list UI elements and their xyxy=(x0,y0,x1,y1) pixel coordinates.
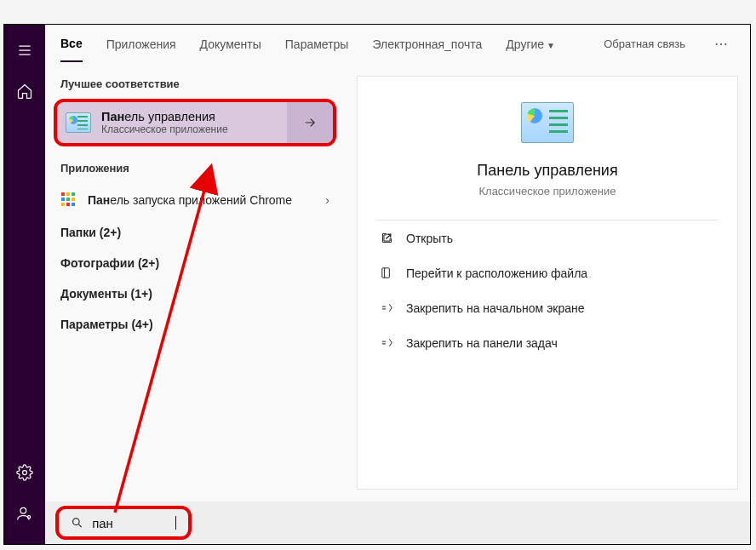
action-label: Перейти к расположению файла xyxy=(406,266,587,280)
tab-apps[interactable]: Приложения xyxy=(106,27,176,61)
best-match-result[interactable]: Панель управления Классическое приложени… xyxy=(54,99,336,146)
pin-start-icon xyxy=(380,301,394,315)
search-input[interactable] xyxy=(92,516,169,530)
settings-button[interactable] xyxy=(4,454,45,491)
best-match-title: Панель управления xyxy=(101,110,228,123)
person-icon xyxy=(16,505,33,522)
action-open-location[interactable]: Перейти к расположению файла xyxy=(358,255,737,290)
search-icon xyxy=(71,515,83,530)
search-window: Все Приложения Документы Параметры Элект… xyxy=(3,24,751,545)
tab-other[interactable]: Другие▼ xyxy=(506,27,555,61)
control-panel-icon-large xyxy=(521,102,574,143)
category-documents[interactable]: Документы (1+) xyxy=(45,278,345,309)
svg-point-1 xyxy=(20,507,26,513)
svg-point-0 xyxy=(23,471,27,475)
feedback-link[interactable]: Обратная связь xyxy=(604,37,685,50)
best-match-subtitle: Классическое приложение xyxy=(101,123,228,135)
tab-all[interactable]: Все xyxy=(60,26,83,62)
results-list: Лучшее соответствие Панель управления Кл… xyxy=(45,64,345,501)
main-area: Все Приложения Документы Параметры Элект… xyxy=(45,25,750,544)
hamburger-icon xyxy=(16,42,33,59)
tab-settings[interactable]: Параметры xyxy=(285,27,349,61)
action-label: Закрепить на панели задач xyxy=(406,336,558,350)
section-apps: Приложения xyxy=(45,155,345,183)
search-bar xyxy=(45,501,750,544)
menu-button[interactable] xyxy=(4,32,45,69)
svg-rect-3 xyxy=(382,268,390,278)
gear-icon xyxy=(16,464,33,481)
results-body: Лучшее соответствие Панель управления Кл… xyxy=(45,64,750,501)
action-label: Открыть xyxy=(406,232,453,245)
search-box[interactable] xyxy=(55,506,192,540)
filter-tabs: Все Приложения Документы Параметры Элект… xyxy=(45,25,750,64)
result-label: Панель запуска приложений Chrome xyxy=(88,193,315,207)
chevron-right-icon: › xyxy=(325,193,329,207)
category-folders[interactable]: Папки (2+) xyxy=(45,217,345,248)
arrow-right-icon xyxy=(302,115,318,130)
chevron-down-icon: ▼ xyxy=(547,41,555,50)
chrome-apps-icon xyxy=(61,192,77,208)
control-panel-icon xyxy=(66,112,91,133)
action-pin-taskbar[interactable]: Закрепить на панели задач xyxy=(358,325,737,360)
action-open[interactable]: Открыть xyxy=(358,221,737,255)
pin-taskbar-icon xyxy=(380,335,394,350)
detail-title: Панель управления xyxy=(358,162,737,180)
best-match-expand[interactable] xyxy=(287,102,333,143)
svg-point-2 xyxy=(27,516,30,518)
section-best-match: Лучшее соответствие xyxy=(45,71,345,99)
open-icon xyxy=(380,231,394,245)
tab-email[interactable]: Электронная_почта xyxy=(372,27,482,61)
home-button[interactable] xyxy=(4,72,45,110)
taskbar xyxy=(4,25,45,544)
result-chrome-launcher[interactable]: Панель запуска приложений Chrome › xyxy=(45,183,345,217)
svg-point-4 xyxy=(73,518,80,525)
detail-subtitle: Классическое приложение xyxy=(358,185,737,198)
more-button[interactable]: ⋯ xyxy=(709,36,735,52)
category-photos[interactable]: Фотографии (2+) xyxy=(45,248,345,278)
home-icon xyxy=(16,83,33,100)
folder-location-icon xyxy=(380,266,394,280)
tab-documents[interactable]: Документы xyxy=(200,27,261,61)
text-cursor xyxy=(175,516,176,530)
detail-pane: Панель управления Классическое приложени… xyxy=(345,64,750,501)
detail-card: Панель управления Классическое приложени… xyxy=(357,76,738,490)
action-pin-start[interactable]: Закрепить на начальном экране xyxy=(358,290,737,325)
category-settings[interactable]: Параметры (4+) xyxy=(45,309,345,340)
action-label: Закрепить на начальном экране xyxy=(406,301,585,315)
account-button[interactable] xyxy=(4,495,45,532)
